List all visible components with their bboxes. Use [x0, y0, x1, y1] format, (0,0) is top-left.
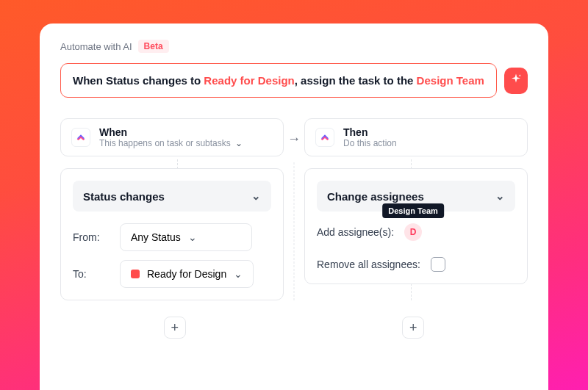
sparkle-icon — [509, 73, 523, 89]
add-action-button[interactable]: + — [402, 317, 424, 339]
chevron-down-icon: ⌄ — [234, 268, 243, 280]
chevron-down-icon: ⌄ — [188, 231, 197, 243]
clickup-logo-icon — [71, 128, 90, 147]
trigger-header-card[interactable]: When This happens on task or subtasks ⌄ — [60, 118, 284, 156]
status-color-swatch — [131, 270, 140, 278]
status-changes-dropdown[interactable]: Status changes ⌄ — [73, 181, 271, 212]
trigger-header-text: When This happens on task or subtasks ⌄ — [99, 126, 243, 148]
ai-prompt-row: When Status changes to Ready for Design,… — [60, 63, 528, 98]
from-label: From: — [73, 231, 110, 243]
assignee-avatar[interactable]: D Design Team — [404, 223, 422, 241]
trigger-title: When — [99, 126, 243, 138]
beta-badge: Beta — [138, 40, 169, 53]
builder-columns: → When This happens on task or subtasks … — [60, 118, 528, 300]
to-label: To: — [73, 268, 110, 280]
remove-assignees-checkbox[interactable] — [431, 257, 445, 272]
to-row: To: Ready for Design ⌄ — [73, 260, 271, 288]
center-divider — [294, 162, 295, 300]
ai-label: Automate with AI — [60, 41, 132, 52]
remove-assignees-label: Remove all assignees: — [317, 259, 420, 270]
assignee-tooltip: Design Team — [382, 203, 444, 218]
automation-builder-window: Automate with AI Beta When Status change… — [40, 24, 548, 390]
add-assignee-label: Add assignee(s): — [317, 226, 394, 238]
assignee-action-block: Change assignees ⌄ Add assignee(s): D De… — [304, 168, 528, 284]
add-assignee-row: Add assignee(s): D Design Team — [317, 223, 515, 241]
action-header-card[interactable]: Then Do this action — [304, 118, 528, 156]
trigger-column: When This happens on task or subtasks ⌄ … — [60, 118, 284, 300]
to-status-select[interactable]: Ready for Design ⌄ — [120, 260, 254, 288]
chevron-down-icon: ⌄ — [235, 138, 243, 148]
status-trigger-block: Status changes ⌄ From: Any Status ⌄ To: … — [60, 168, 284, 300]
plus-icon: + — [409, 320, 417, 336]
ai-header-row: Automate with AI Beta — [60, 40, 528, 53]
to-status-value: Ready for Design — [147, 268, 226, 280]
arrow-icon: → — [287, 131, 301, 147]
from-status-select[interactable]: Any Status ⌄ — [120, 223, 252, 251]
action-title: Then — [343, 126, 397, 138]
action-header-text: Then Do this action — [343, 126, 397, 148]
prompt-text-1: When Status changes to — [73, 74, 204, 87]
change-assignees-label: Change assignees — [327, 190, 424, 203]
add-trigger-button[interactable]: + — [164, 317, 186, 339]
from-row: From: Any Status ⌄ — [73, 223, 271, 251]
remove-assignees-row: Remove all assignees: — [317, 257, 515, 272]
action-column: Then Do this action Change assignees ⌄ A… — [304, 118, 528, 300]
trigger-subtitle: This happens on task or subtasks — [99, 138, 231, 148]
prompt-highlight-status: Ready for Design — [204, 74, 294, 87]
from-status-value: Any Status — [131, 231, 181, 243]
chevron-down-icon: ⌄ — [495, 189, 505, 203]
clickup-logo-icon — [315, 128, 334, 147]
avatar-initial: D — [410, 227, 417, 237]
prompt-highlight-team: Design Team — [417, 74, 484, 87]
ai-generate-button[interactable] — [504, 68, 528, 94]
status-changes-label: Status changes — [83, 190, 165, 203]
chevron-down-icon: ⌄ — [251, 189, 261, 203]
ai-prompt-input[interactable]: When Status changes to Ready for Design,… — [60, 63, 497, 98]
plus-icon: + — [171, 320, 179, 336]
action-subtitle: Do this action — [343, 138, 397, 148]
prompt-text-2: , assign the task to the — [295, 74, 417, 87]
